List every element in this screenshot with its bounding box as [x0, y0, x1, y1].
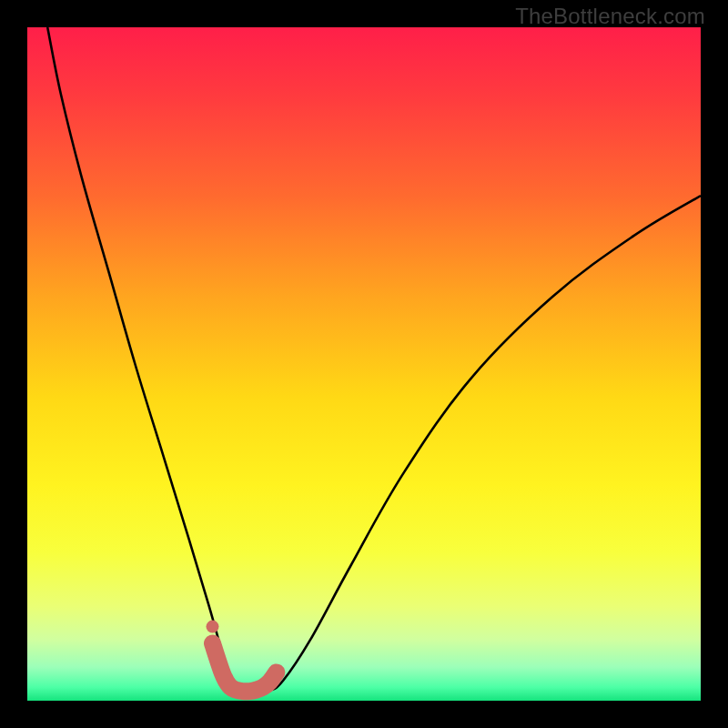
outer-frame: TheBottleneck.com — [0, 0, 728, 728]
marker-band — [213, 643, 277, 692]
marker-dot — [207, 621, 219, 633]
bottleneck-curve — [47, 27, 701, 693]
watermark-text: TheBottleneck.com — [515, 4, 705, 29]
highlight-markers — [207, 621, 277, 692]
plot-area — [27, 27, 701, 701]
chart-overlay — [27, 27, 701, 701]
